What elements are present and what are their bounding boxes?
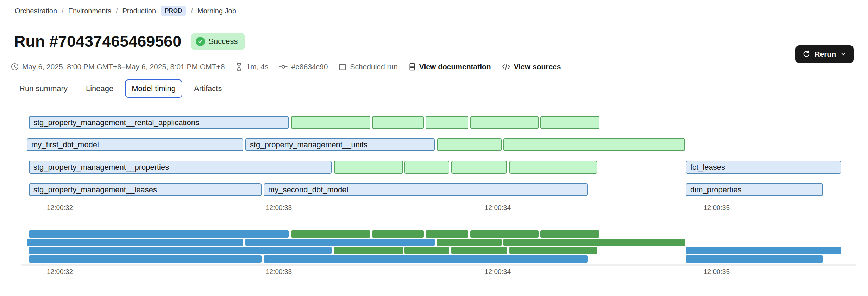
minimap-bar[interactable]: [540, 230, 599, 238]
run-metadata: May 6, 2025, 8:00 PM GMT+8–May 6, 2025, …: [11, 63, 561, 71]
breadcrumb-separator: /: [191, 7, 193, 15]
breadcrumb-separator: /: [116, 7, 118, 15]
tab-artifacts[interactable]: Artifacts: [187, 79, 228, 98]
title-row: Run #70437465469560 Success: [14, 32, 245, 51]
run-duration: 1m, 4s: [235, 63, 268, 71]
gantt-bar-fct_leases[interactable]: fct_leases: [686, 161, 841, 174]
gantt-test-bar[interactable]: [451, 161, 507, 174]
success-check-icon: [196, 37, 205, 46]
minimap-bar[interactable]: [264, 255, 588, 263]
minimap-bar[interactable]: [437, 239, 502, 246]
gantt-test-bar[interactable]: [470, 116, 539, 129]
minimap-bar[interactable]: [503, 239, 685, 246]
gantt-test-bar[interactable]: [426, 116, 468, 129]
hourglass-icon: [235, 63, 243, 71]
breadcrumb-environments[interactable]: Environments: [68, 7, 111, 15]
axis-tick-label: 12:00:33: [266, 268, 292, 276]
clock-icon: [11, 63, 19, 71]
axis-tick-label: 12:00:34: [485, 268, 511, 276]
gantt-bar-stg_property_management__rental_applications[interactable]: stg_property_management__rental_applicat…: [29, 116, 289, 129]
axis-tick-label: 12:00:33: [266, 204, 292, 212]
environment-badge: PROD: [161, 6, 186, 16]
axis-tick-label: 12:00:35: [704, 204, 730, 212]
gantt-test-bar[interactable]: [509, 161, 597, 174]
minimap-bar[interactable]: [334, 247, 403, 254]
run-tabs: Run summary Lineage Model timing Artifac…: [13, 79, 228, 98]
breadcrumb-separator: /: [62, 7, 64, 15]
gantt-test-bar[interactable]: [540, 116, 599, 129]
minimap-bar[interactable]: [27, 239, 243, 246]
minimap-bar[interactable]: [426, 230, 468, 238]
breadcrumb-production[interactable]: Production: [122, 7, 156, 15]
commit-sha: #e8634c90: [279, 63, 328, 71]
gantt-bar-stg_property_management__properties[interactable]: stg_property_management__properties: [29, 161, 332, 174]
gantt-test-bar[interactable]: [372, 116, 424, 129]
breadcrumb-orchestration[interactable]: Orchestration: [15, 7, 57, 15]
minimap-bar[interactable]: [470, 230, 539, 238]
gantt-test-bar[interactable]: [404, 161, 449, 174]
minimap-bar[interactable]: [509, 247, 597, 254]
run-trigger: Scheduled run: [338, 63, 397, 71]
minimap-bar[interactable]: [404, 247, 449, 254]
tab-run-summary[interactable]: Run summary: [13, 79, 74, 98]
minimap-bar[interactable]: [291, 230, 370, 238]
run-time-range: May 6, 2025, 8:00 PM GMT+8–May 6, 2025, …: [11, 63, 225, 71]
rerun-button[interactable]: Rerun: [795, 45, 854, 63]
minimap-bar[interactable]: [372, 230, 424, 238]
documentation-icon: [408, 63, 416, 71]
axis-tick-label: 12:00:35: [704, 268, 730, 276]
chevron-down-icon: [840, 51, 847, 57]
breadcrumb: Orchestration / Environments / Productio…: [15, 6, 236, 16]
run-page: Orchestration / Environments / Productio…: [0, 0, 868, 296]
minimap-bar[interactable]: [245, 239, 435, 246]
minimap-bar[interactable]: [686, 255, 823, 263]
minimap-bar[interactable]: [29, 230, 289, 238]
tab-model-timing[interactable]: Model timing: [125, 79, 182, 98]
gantt-test-bar[interactable]: [503, 138, 685, 151]
minimap-bar[interactable]: [451, 247, 507, 254]
rerun-label: Rerun: [814, 50, 836, 58]
axis-tick-label: 12:00:32: [47, 204, 73, 212]
calendar-icon: [338, 63, 347, 71]
gantt-test-bar[interactable]: [437, 138, 502, 151]
code-icon: [502, 63, 511, 71]
gantt-test-bar[interactable]: [291, 116, 370, 129]
gantt-bar-my_second_dbt_model[interactable]: my_second_dbt_model: [264, 183, 588, 196]
refresh-icon: [803, 50, 810, 58]
minimap-bar[interactable]: [29, 247, 332, 254]
axis-tick-label: 12:00:32: [47, 268, 73, 276]
tab-lineage[interactable]: Lineage: [79, 79, 120, 98]
model-timing-chart: stg_property_management__rental_applicat…: [0, 99, 868, 296]
gantt-bar-dim_properties[interactable]: dim_properties: [686, 183, 823, 196]
status-label: Success: [208, 37, 238, 46]
page-title: Run #70437465469560: [14, 32, 181, 51]
minimap-track: [21, 264, 856, 266]
view-sources-link[interactable]: View sources: [502, 63, 561, 71]
gantt-bar-stg_property_management__units[interactable]: stg_property_management__units: [245, 138, 435, 151]
minimap-bar[interactable]: [29, 255, 262, 263]
gantt-bar-my_first_dbt_model[interactable]: my_first_dbt_model: [27, 138, 243, 151]
commit-icon: [279, 63, 288, 71]
minimap-bar[interactable]: [686, 247, 841, 254]
breadcrumb-morning-job[interactable]: Morning Job: [197, 7, 236, 15]
view-documentation-link[interactable]: View documentation: [408, 63, 491, 71]
status-badge: Success: [191, 33, 245, 50]
axis-tick-label: 12:00:34: [485, 204, 511, 212]
gantt-test-bar[interactable]: [334, 161, 403, 174]
gantt-bar-stg_property_management__leases[interactable]: stg_property_management__leases: [29, 183, 262, 196]
